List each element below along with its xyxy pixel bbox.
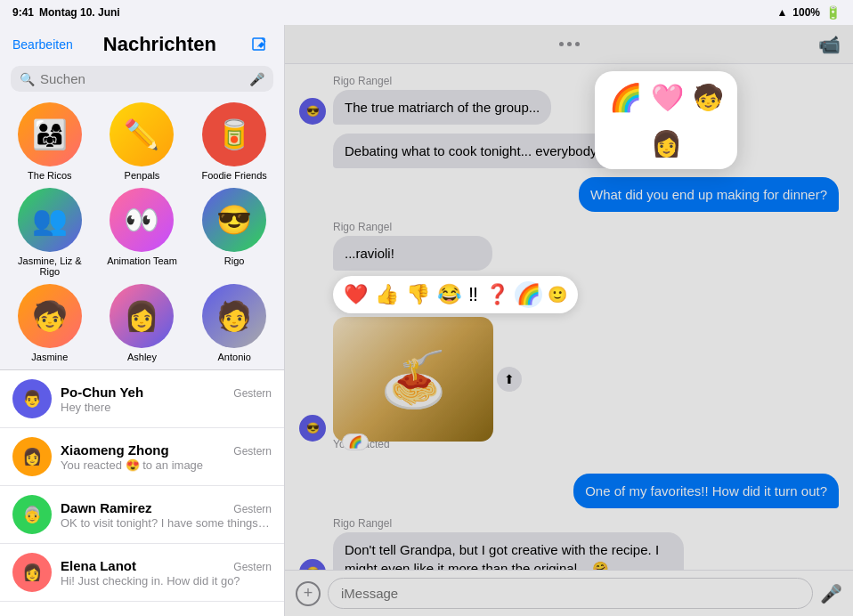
pinned-avatar-the-ricos: 👨‍👩‍👧 bbox=[18, 102, 82, 166]
tapback-question[interactable]: ❓ bbox=[483, 281, 511, 308]
search-icon: 🔍 bbox=[20, 72, 35, 86]
tapback-heart[interactable]: ❤️ bbox=[342, 281, 370, 308]
conv-name-row-dawn: Dawn RamirezGestern bbox=[61, 500, 272, 515]
conv-dawn[interactable]: 👵Dawn RamirezGesternOK to visit tonight?… bbox=[0, 486, 284, 544]
pinned-avatar-penpals: ✏️ bbox=[110, 102, 174, 166]
tapback-exclaim[interactable]: ‼️ bbox=[467, 281, 480, 308]
sidebar-header: Bearbeiten Nachrichten bbox=[0, 25, 284, 62]
battery-label: 100% bbox=[792, 6, 820, 19]
pinned-avatar-jasmine-liz: 👥 bbox=[18, 188, 82, 252]
sidebar: Bearbeiten Nachrichten 🔍 🎤 👨‍👩‍👧The Rico… bbox=[0, 25, 285, 616]
pinned-label-the-ricos: The Ricos bbox=[28, 170, 72, 181]
conv-name-elena: Elena Lanot bbox=[61, 558, 136, 573]
pinned-avatar-foodie-friends: 🥫 bbox=[202, 102, 266, 166]
conv-info-po-chun: Po-Chun YehGesternHey there bbox=[61, 385, 272, 414]
conv-po-chun[interactable]: 👨Po-Chun YehGesternHey there bbox=[0, 370, 284, 428]
pinned-section: 👨‍👩‍👧The Ricos✏️Penpals🥫Foodie Friends👥J… bbox=[0, 99, 284, 369]
status-bar: 9:41 Montag 10. Juni ▲ 100% 🔋 bbox=[0, 0, 853, 25]
conv-info-elena: Elena LanotGesternHi! Just checking in. … bbox=[61, 558, 272, 588]
reaction-popup[interactable]: 🌈 🩷 🧒 👩 bbox=[595, 71, 737, 169]
conv-time-po-chun: Gestern bbox=[233, 387, 272, 400]
reaction-emoji-person2[interactable]: 👩 bbox=[651, 129, 682, 158]
conv-avatar-elena: 👩 bbox=[12, 553, 52, 592]
tapback-rainbow[interactable]: 🌈 bbox=[515, 281, 542, 308]
search-bar[interactable]: 🔍 🎤 bbox=[11, 66, 273, 92]
compose-icon bbox=[250, 36, 268, 53]
wifi-icon: ▲ bbox=[776, 6, 787, 19]
conv-avatar-dawn: 👵 bbox=[12, 495, 52, 534]
pinned-ashley[interactable]: 👩Ashley bbox=[100, 284, 185, 362]
pinned-antonio[interactable]: 🧑Antonio bbox=[191, 284, 277, 362]
status-bar-right: ▲ 100% 🔋 bbox=[776, 5, 841, 20]
status-time: 9:41 bbox=[12, 6, 34, 19]
tapback-smiley-icon[interactable]: 🙂 bbox=[546, 283, 569, 306]
conv-name-row-elena: Elena LanotGestern bbox=[61, 558, 272, 573]
tapback-bar[interactable]: ❤️ 👍 👎 😂 ‼️ ❓ 🌈 🙂 bbox=[333, 276, 578, 313]
pinned-foodie-friends[interactable]: 🥫Foodie Friends bbox=[191, 102, 277, 181]
reaction-emoji-person1[interactable]: 🧒 bbox=[693, 83, 724, 112]
pinned-avatar-antonio: 🧑 bbox=[202, 284, 266, 348]
pinned-avatar-ashley: 👩 bbox=[110, 284, 174, 348]
pinned-the-ricos[interactable]: 👨‍👩‍👧The Ricos bbox=[7, 102, 93, 181]
conv-preview-dawn: OK to visit tonight? I have some things … bbox=[61, 516, 272, 530]
chat-area: 📹 🌈 🩷 🧒 👩 Rigo Rangel 😎 The true matriar… bbox=[285, 25, 853, 616]
conv-preview-elena: Hi! Just checking in. How did it go? bbox=[61, 574, 272, 588]
status-bar-left: 9:41 Montag 10. Juni bbox=[12, 6, 120, 19]
reaction-emoji-rainbow[interactable]: 🌈 bbox=[609, 82, 642, 113]
overlay-dim bbox=[285, 25, 853, 616]
pinned-rigo[interactable]: 😎Rigo bbox=[191, 188, 277, 277]
conv-name-row-xiaomeng: Xiaomeng ZhongGestern bbox=[61, 442, 272, 458]
conv-info-dawn: Dawn RamirezGesternOK to visit tonight? … bbox=[61, 500, 272, 530]
conv-name-row-po-chun: Po-Chun YehGestern bbox=[61, 385, 272, 400]
tapback-haha[interactable]: 😂 bbox=[435, 281, 463, 308]
reaction-emoji-heart[interactable]: 🩷 bbox=[651, 82, 684, 113]
pinned-label-jasmine: Jasmine bbox=[31, 352, 68, 362]
conv-time-elena: Gestern bbox=[233, 561, 272, 573]
edit-button[interactable]: Bearbeiten bbox=[12, 37, 73, 52]
pinned-label-jasmine-liz: Jasmine, Liz & Rigo bbox=[7, 255, 93, 277]
conv-preview-po-chun: Hey there bbox=[61, 401, 272, 414]
pinned-label-rigo: Rigo bbox=[224, 255, 245, 266]
pinned-avatar-rigo: 😎 bbox=[202, 188, 266, 252]
conv-name-po-chun: Po-Chun Yeh bbox=[61, 385, 143, 400]
pinned-jasmine[interactable]: 🧒Jasmine bbox=[7, 284, 93, 362]
tapback-thumbsup[interactable]: 👍 bbox=[373, 281, 401, 308]
pinned-penpals[interactable]: ✏️Penpals bbox=[100, 102, 185, 181]
main-container: Bearbeiten Nachrichten 🔍 🎤 👨‍👩‍👧The Rico… bbox=[0, 25, 853, 616]
conversation-list: 👨Po-Chun YehGesternHey there👩Xiaomeng Zh… bbox=[0, 369, 284, 616]
pinned-label-ashley: Ashley bbox=[127, 352, 157, 362]
conv-avatar-po-chun: 👨 bbox=[12, 379, 52, 418]
conv-avatar-xiaomeng: 👩 bbox=[12, 437, 52, 476]
pinned-label-foodie-friends: Foodie Friends bbox=[201, 170, 266, 181]
compose-button[interactable] bbox=[247, 32, 272, 57]
conv-preview-xiaomeng: You reacted 😍 to an image bbox=[61, 458, 272, 472]
conv-time-dawn: Gestern bbox=[233, 503, 272, 515]
pinned-avatar-jasmine: 🧒 bbox=[18, 284, 82, 348]
pinned-label-antonio: Antonio bbox=[218, 352, 251, 362]
conv-name-dawn: Dawn Ramirez bbox=[61, 500, 152, 515]
conv-time-xiaomeng: Gestern bbox=[233, 445, 272, 458]
conv-name-xiaomeng: Xiaomeng Zhong bbox=[61, 442, 169, 458]
pinned-animation-team[interactable]: 👀Animation Team bbox=[100, 188, 185, 277]
pinned-label-animation-team: Animation Team bbox=[107, 255, 177, 266]
conv-info-xiaomeng: Xiaomeng ZhongGesternYou reacted 😍 to an… bbox=[61, 442, 272, 472]
sidebar-title: Nachrichten bbox=[103, 33, 216, 56]
tapback-thumbsdown[interactable]: 👎 bbox=[404, 281, 432, 308]
status-date: Montag 10. Juni bbox=[39, 6, 120, 19]
pinned-label-penpals: Penpals bbox=[125, 170, 160, 181]
mic-icon: 🎤 bbox=[249, 72, 264, 86]
conv-xiaomeng[interactable]: 👩Xiaomeng ZhongGesternYou reacted 😍 to a… bbox=[0, 428, 284, 486]
pinned-avatar-animation-team: 👀 bbox=[110, 188, 174, 252]
battery-icon: 🔋 bbox=[825, 5, 841, 20]
pinned-jasmine-liz[interactable]: 👥Jasmine, Liz & Rigo bbox=[7, 188, 93, 277]
search-input[interactable] bbox=[40, 71, 244, 86]
conv-elena[interactable]: 👩Elena LanotGesternHi! Just checking in.… bbox=[0, 544, 284, 602]
